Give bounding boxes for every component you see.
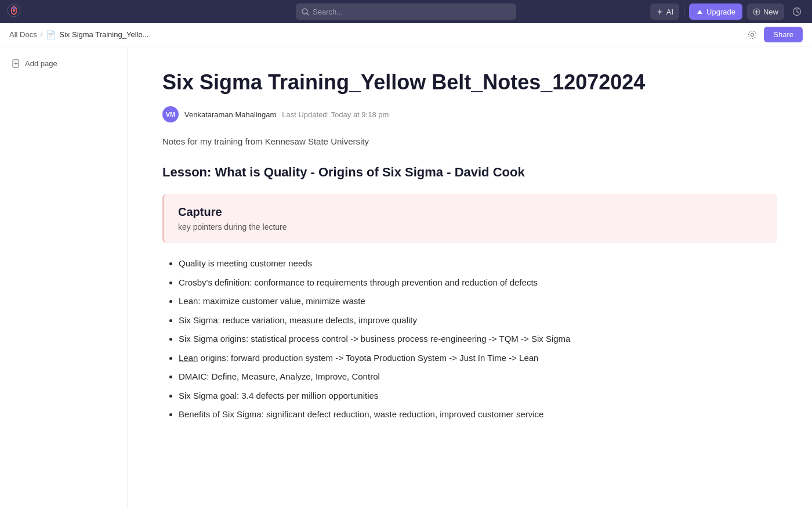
add-page-label: Add page <box>25 59 57 68</box>
list-item: Six Sigma: reduce variation, measure def… <box>179 314 777 327</box>
list-item-text: Six Sigma: reduce variation, measure def… <box>179 315 417 325</box>
notifications-button[interactable] <box>789 3 805 20</box>
ai-sparkle-icon <box>656 8 664 16</box>
topbar-right: AI Upgrade New <box>650 3 805 20</box>
svg-point-11 <box>749 31 756 38</box>
search-bar[interactable] <box>296 3 516 20</box>
breadcrumb-all-docs[interactable]: All Docs <box>9 30 37 39</box>
lean-link[interactable]: Lean <box>179 353 198 363</box>
list-item-text: Quality is meeting customer needs <box>179 258 312 268</box>
share-button[interactable]: Share <box>764 27 803 42</box>
breadcrumb-current-doc: Six Sigma Training_Yello... <box>59 30 148 39</box>
list-item-text: Lean: maximize customer value, minimize … <box>179 296 365 306</box>
svg-point-10 <box>751 33 754 36</box>
list-item-text: Benefits of Six Sigma: significant defec… <box>179 409 543 419</box>
breadcrumb-bar: All Docs / 📄 Six Sigma Training_Yello...… <box>0 23 812 46</box>
list-item: Benefits of Six Sigma: significant defec… <box>179 408 777 421</box>
document-meta: VM Venkataraman Mahalingam Last Updated:… <box>162 106 777 122</box>
author-avatar: VM <box>162 106 179 122</box>
document-title: Six Sigma Training_Yellow Belt_Notes_120… <box>162 70 777 95</box>
list-item: Crosby's definition: conformance to requ… <box>179 276 777 290</box>
upgrade-button[interactable]: Upgrade <box>689 3 742 20</box>
add-page-button[interactable]: Add page <box>7 56 120 71</box>
search-icon <box>302 8 309 16</box>
upgrade-label: Upgrade <box>706 8 735 16</box>
list-item: Six Sigma goal: 3.4 defects per million … <box>179 389 777 403</box>
capture-box: Capture key pointers during the lecture <box>162 194 777 243</box>
list-item: DMAIC: Define, Measure, Analyze, Improve… <box>179 370 777 384</box>
svg-point-1 <box>13 9 15 12</box>
list-item: Quality is meeting customer needs <box>179 257 777 270</box>
new-label: New <box>763 8 778 16</box>
svg-line-3 <box>307 13 309 15</box>
plus-icon <box>753 8 760 16</box>
search-input[interactable] <box>313 8 510 16</box>
clock-icon <box>792 7 802 16</box>
svg-line-9 <box>797 12 799 13</box>
topbar: AI Upgrade New <box>0 0 812 23</box>
bullet-list: Quality is meeting customer needs Crosby… <box>162 257 777 421</box>
add-page-icon <box>12 59 20 68</box>
ai-button-label: AI <box>666 8 673 16</box>
breadcrumb-separator: / <box>41 30 43 39</box>
list-item-text: Six Sigma goal: 3.4 defects per million … <box>179 391 378 400</box>
breadcrumb-actions: Share <box>745 27 803 42</box>
list-item-text: DMAIC: Define, Measure, Analyze, Improve… <box>179 371 380 381</box>
list-item: Lean: maximize customer value, minimize … <box>179 295 777 308</box>
new-button[interactable]: New <box>747 3 784 20</box>
doc-icon: 📄 <box>46 30 56 39</box>
list-item-text: Crosby's definition: conformance to requ… <box>179 277 538 287</box>
capture-title: Capture <box>178 205 763 219</box>
last-updated: Last Updated: Today at 9:18 pm <box>282 110 389 119</box>
sidebar: Add page <box>0 46 128 509</box>
app-logo[interactable] <box>7 3 21 20</box>
list-item-text: Six Sigma origins: statistical process c… <box>179 334 570 344</box>
search-container <box>296 3 516 20</box>
capture-description: key pointers during the lecture <box>178 222 763 232</box>
main-content: Six Sigma Training_Yellow Belt_Notes_120… <box>128 46 812 509</box>
settings-icon-button[interactable] <box>745 28 759 42</box>
settings-icon <box>748 30 757 39</box>
breadcrumb: All Docs / 📄 Six Sigma Training_Yello... <box>9 30 148 39</box>
upgrade-icon <box>696 8 704 16</box>
list-item: Six Sigma origins: statistical process c… <box>179 333 777 346</box>
document-subtitle: Notes for my training from Kennesaw Stat… <box>162 136 777 146</box>
topbar-divider <box>684 6 684 17</box>
list-item-text: Lean origins: forward production system … <box>179 353 538 363</box>
ai-button[interactable]: AI <box>650 3 679 20</box>
list-item: Lean origins: forward production system … <box>179 352 777 365</box>
author-name: Venkataraman Mahalingam <box>184 110 276 119</box>
lesson-heading: Lesson: What is Quality - Origins of Six… <box>162 165 777 180</box>
